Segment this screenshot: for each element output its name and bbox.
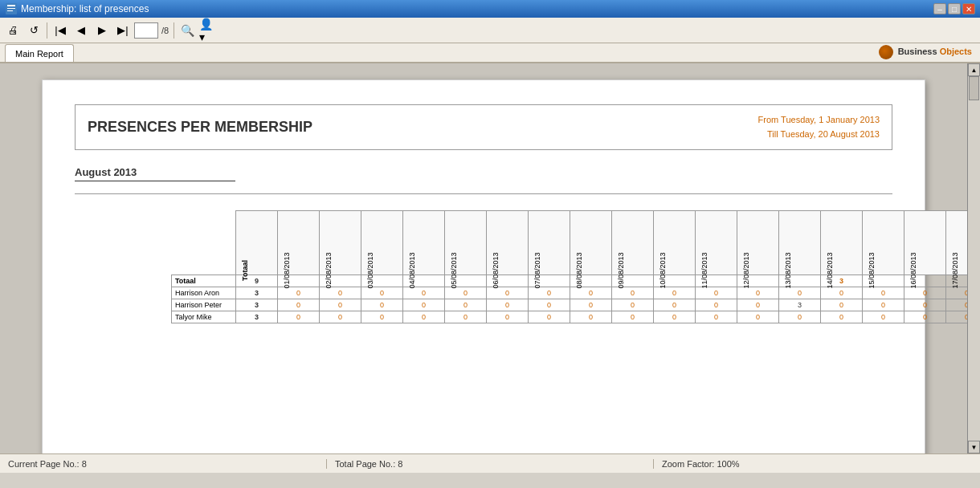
status-bar: Current Page No.: 8 Total Page No.: 8 Zo… [0, 453, 980, 473]
cell-value: 0 [904, 311, 946, 323]
scroll-up-button[interactable]: ▲ [968, 63, 980, 76]
col-header-11: 11/08/2013 [696, 211, 737, 275]
toolbar-sep-1 [47, 22, 47, 39]
search-button[interactable]: 🔍 [178, 21, 197, 40]
next-page-button[interactable]: ▶ [92, 21, 112, 40]
last-page-button[interactable]: ▶| [113, 21, 133, 40]
svg-rect-2 [7, 8, 15, 9]
col-header-12: 12/08/2013 [737, 211, 779, 275]
current-page-section: Current Page No.: 8 [0, 459, 327, 469]
cell-value: 0 [863, 311, 904, 323]
main-content: ▲ ▼ PRESENCES PER MEMBERSHIP From Tuesda… [0, 63, 980, 453]
col-header-02: 02/08/2013 [320, 211, 361, 275]
toolbar: 🖨 ↺ |◀ ◀ ▶ ▶| 8 /8 🔍 👤▾ [0, 18, 980, 43]
scrollbar-vertical[interactable]: ▲ ▼ [967, 63, 980, 453]
data-table-wrapper: Totaal 01/08/2013 02/08/2013 03/08/2013 … [171, 210, 892, 323]
section-separator [75, 193, 892, 194]
col-header-03: 03/08/2013 [361, 211, 403, 275]
cell-value: 0 [779, 311, 821, 323]
section-title: August 2013 [75, 166, 235, 181]
report-dates: From Tuesday, 1 January 2013 Till Tuesda… [758, 113, 880, 141]
window-controls[interactable]: – □ ✕ [933, 3, 975, 14]
cell-value: 0 [821, 311, 863, 323]
window-title: Membership: list of presences [21, 3, 933, 14]
tab-label: Main Report [15, 49, 63, 59]
cell-value: 0 [278, 311, 320, 323]
cell-value: 0 [737, 311, 779, 323]
total-pages-label: Total Page No.: 8 [335, 459, 402, 469]
col-header-totaal: Totaal [236, 211, 278, 275]
logo-objects: Objects [940, 47, 972, 56]
zoom-label: Zoom Factor: 100% [662, 459, 740, 469]
minimize-button[interactable]: – [933, 3, 946, 14]
report-title: PRESENCES PER MEMBERSHIP [88, 119, 312, 136]
total-pages-section: Total Page No.: 8 [327, 459, 654, 469]
table-row: Harrison Aron300000000000000000030 [172, 287, 968, 299]
col-header-04: 04/08/2013 [403, 211, 445, 275]
date-till: Till Tuesday, 20 August 2013 [758, 128, 880, 142]
col-header-10: 10/08/2013 [654, 211, 696, 275]
row-label: Totaal [172, 275, 236, 287]
row-label: Talyor Mike [172, 311, 236, 323]
cell-value: 0 [529, 311, 570, 323]
table-row: Totaal936 [172, 275, 968, 287]
page-number-input[interactable]: 8 [134, 22, 158, 39]
cell-value: 0 [946, 311, 968, 323]
col-header-16: 16/08/2013 [904, 211, 946, 275]
report-header: PRESENCES PER MEMBERSHIP From Tuesday, 1… [75, 104, 892, 150]
refresh-button[interactable]: ↺ [24, 21, 43, 40]
scroll-thumb[interactable] [969, 76, 979, 100]
logo-icon [879, 45, 893, 59]
cell-value: 0 [487, 311, 529, 323]
col-header-05: 05/08/2013 [445, 211, 487, 275]
logo-business: Business [898, 47, 937, 56]
logo-area: Business Objects [879, 45, 972, 59]
main-report-tab[interactable]: Main Report [5, 44, 74, 62]
row-label: Harrison Peter [172, 299, 236, 311]
col-header-08: 08/08/2013 [570, 211, 612, 275]
cell-value: 3 [236, 311, 278, 323]
export-button[interactable]: 👤▾ [198, 21, 218, 40]
svg-rect-1 [7, 5, 15, 6]
col-header-15: 15/08/2013 [863, 211, 904, 275]
cell-value: 0 [654, 311, 696, 323]
maximize-button[interactable]: □ [948, 3, 961, 14]
cell-value: 0 [445, 311, 487, 323]
table-row: Harrison Peter300000000000030000000 [172, 299, 968, 311]
data-table: Totaal 01/08/2013 02/08/2013 03/08/2013 … [171, 210, 967, 323]
cell-value: 0 [696, 311, 737, 323]
col-header-13: 13/08/2013 [779, 211, 821, 275]
col-header-07: 07/08/2013 [529, 211, 570, 275]
print-button[interactable]: 🖨 [3, 21, 22, 40]
first-page-button[interactable]: |◀ [51, 21, 70, 40]
col-header-01: 01/08/2013 [278, 211, 320, 275]
report-page: PRESENCES PER MEMBERSHIP From Tuesday, 1… [42, 79, 925, 453]
toolbar-sep-2 [174, 22, 174, 39]
cell-value: 0 [361, 311, 403, 323]
col-header-09: 09/08/2013 [612, 211, 654, 275]
col-header-14: 14/08/2013 [821, 211, 863, 275]
close-button[interactable]: ✕ [962, 3, 975, 14]
row-label: Harrison Aron [172, 287, 236, 299]
table-row: Talyor Mike300000000000000000030 [172, 311, 968, 323]
app-icon [5, 2, 18, 15]
current-page-label: Current Page No.: 8 [8, 459, 87, 469]
zoom-section: Zoom Factor: 100% [654, 459, 980, 469]
cell-value: 0 [403, 311, 445, 323]
scroll-down-button[interactable]: ▼ [968, 441, 980, 453]
col-header-06: 06/08/2013 [487, 211, 529, 275]
tab-bar: Main Report [0, 43, 980, 63]
prev-page-button[interactable]: ◀ [71, 21, 91, 40]
svg-rect-3 [7, 10, 13, 11]
col-header-17: 17/08/2013 [946, 211, 968, 275]
cell-value: 0 [320, 311, 361, 323]
date-from: From Tuesday, 1 January 2013 [758, 113, 880, 128]
cell-value: 0 [612, 311, 654, 323]
total-pages-label: /8 [161, 26, 169, 35]
cell-value: 0 [570, 311, 612, 323]
title-bar: Membership: list of presences – □ ✕ [0, 0, 980, 18]
